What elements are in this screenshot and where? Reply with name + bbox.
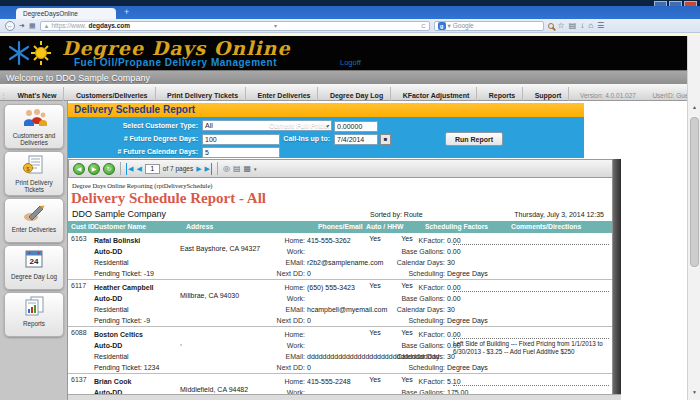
next-page-icon[interactable]: ▶ [196,163,201,175]
scroll-down-icon[interactable]: ▼ [689,387,700,398]
customer-type-label: Select Customer Type: [68,122,198,129]
app-window: DegreeDaysOnline + ← ➜ ▦ ▲ https://www. … [0,0,700,400]
search-engine-icon[interactable]: g [438,22,446,30]
comment-divider [453,291,609,293]
scheduling-block: KFactor:0.00 Base Gallons:0.00 Calendar … [326,235,488,279]
col-phones-email: Phones/Email [318,221,363,233]
customer-class: Residential [94,257,154,268]
col-cust-id: Cust ID [71,221,95,233]
col-customer-name: Customer Name [94,221,146,233]
menu-icon[interactable]: ☰ [597,21,604,30]
cust-id: 6137 [71,376,87,383]
forward-icon[interactable]: ➜ [19,21,25,31]
print-report-icon[interactable]: ▤ [233,164,241,173]
new-tab-button[interactable]: + [124,7,129,17]
future-calendar-days-input[interactable] [202,147,280,158]
browser-tab[interactable]: DegreeDaysOnline [16,8,116,19]
cust-id: 6117 [71,282,86,289]
star-icon[interactable]: ☆ [558,21,565,30]
scheduling-value: Degree Days [447,270,488,277]
callins-date-input[interactable] [334,134,378,145]
comment-text: Left Side of Building --- Fixed Pricing … [453,340,609,356]
comments-block [453,385,609,387]
page-scrollbar[interactable]: ▲ ▼ [687,36,700,400]
kfactor-value: 0.00 [447,237,461,244]
url-bar[interactable]: ▲ https://www. degdays.com ▾ C [40,21,430,31]
sidebar-item-label: Reports [5,320,63,327]
svg-text:24: 24 [30,257,39,266]
scrollbar-thumb[interactable] [690,117,699,267]
scheduling-value: Degree Days [447,317,488,324]
export-dropdown-icon[interactable]: ▾ [254,166,257,172]
customers-icon [21,108,47,128]
calendar-days-value: 30 [447,259,455,266]
report-company: DDO Sample Company [72,209,166,219]
report-panel-title: Delivery Schedule Report [68,103,584,117]
logoff-link[interactable]: Logoff [340,58,361,67]
comments-block [453,244,609,246]
first-page-icon[interactable]: ◀ [126,163,133,175]
app-subtitle: Fuel Oil/Propane Delivery Management [74,57,277,68]
app-header: Degree Days Online Fuel Oil/Propane Deli… [0,36,687,70]
scroll-up-icon[interactable]: ▲ [689,102,700,113]
run-report-button[interactable]: Run Report [445,132,503,146]
reload-icon[interactable]: C [421,23,425,29]
col-address: Address [186,221,213,233]
url-dropdown-icon[interactable]: ▾ [274,22,277,29]
report-form-panel: Select Customer Type: ▾ All # Future Deg… [68,117,584,158]
home-icon[interactable]: ⌂ [588,21,593,30]
search-icon[interactable] [548,23,554,29]
sidebar-item-enter-deliveries[interactable]: Enter Deliveries [4,198,64,243]
table-row[interactable]: 6088 Boston Celtics Auto-DD Residential … [68,327,612,374]
report-scrollbar-track[interactable] [612,159,621,400]
sidebar-item-print-delivery-tickets[interactable]: $ Print Delivery Tickets [4,151,64,196]
customer-name-block: Boston Celtics Auto-DD Residential Pendi… [94,329,159,373]
search-engine-caret[interactable]: ▾ [448,22,451,30]
sidebar: Customers and Deliveries $ Print Deliver… [0,101,68,400]
scheduling-block: KFactor:0.00 Base Gallons:0.00 Calendar … [326,282,488,326]
url-domain: degdays.com [89,22,131,29]
page-icon: ▦ [29,21,36,31]
url-prefix: https://www. [51,22,86,29]
toolbar-forward-icon[interactable]: ▶ [88,163,100,175]
sidebar-item-label: Degree Day Log [5,273,63,280]
table-row[interactable]: 6117 Heather Campbell Auto-DD Residentia… [68,280,612,327]
future-calendar-days-label: # Future Calendar Days: [68,148,198,155]
full-price-label: Current Full Price: [248,122,330,129]
base-gallons-value: 0.00 [447,248,461,255]
report-sorted-by: Sorted by: Route [370,211,423,218]
table-header: Cust ID Customer Name Address Phones/Ema… [68,221,612,233]
toolbar-refresh-icon[interactable]: ↻ [103,163,115,175]
customer-address: , [180,339,182,346]
report-toolbar: ◀ ▶ ↻ ◀ ◀ of 7 pages ▶ ▶ ◎ ▤ ▦ ▾ [68,159,621,178]
search-report-icon[interactable]: ◎ [223,164,230,173]
sidebar-item-customers-deliveries[interactable]: Customers and Deliveries [4,104,64,149]
menu-bar: ⋮ What's New Customers/Deliveries Print … [0,84,687,101]
page-number-input[interactable] [145,164,160,174]
export-report-icon[interactable]: ▦ [243,164,251,173]
sidebar-item-degree-day-log[interactable]: 24 Degree Day Log [4,245,64,290]
comment-divider [453,244,609,246]
table-row[interactable]: 6163 Rafal Bolinski Auto-DD Residential … [68,233,612,280]
prev-page-icon[interactable]: ◀ [136,163,141,175]
search-input[interactable]: g ▾ Google [434,21,544,31]
kfactor-value: 0.00 [447,331,461,338]
customer-name: Brian Cook [94,378,131,385]
sidebar-item-reports[interactable]: Reports [4,292,64,337]
report-title: Delivery Schedule Report - All [71,190,266,207]
toolbar-back-icon[interactable]: ◀ [73,163,85,175]
calendar-picker-icon[interactable]: ■ [380,134,391,145]
enter-deliveries-icon [21,202,47,222]
full-price-input[interactable] [334,121,378,132]
back-icon[interactable]: ← [5,21,15,31]
last-page-icon[interactable]: ▶ [205,163,212,175]
bookmarks-icon[interactable]: ▤ [569,21,577,30]
download-icon[interactable]: ↓ [580,21,584,30]
pending-ticket: Pending Ticket: -19 [94,268,154,279]
col-auto-hhw: Auto / HHW [366,221,403,233]
calendar-days-value: 30 [447,306,455,313]
welcome-bar: Welcome to DDO Sample Company [0,70,687,84]
report-horizontal-scrollbar[interactable] [68,394,621,400]
sidebar-item-label: Enter Deliveries [5,226,63,233]
customer-name: Heather Campbell [94,284,154,291]
